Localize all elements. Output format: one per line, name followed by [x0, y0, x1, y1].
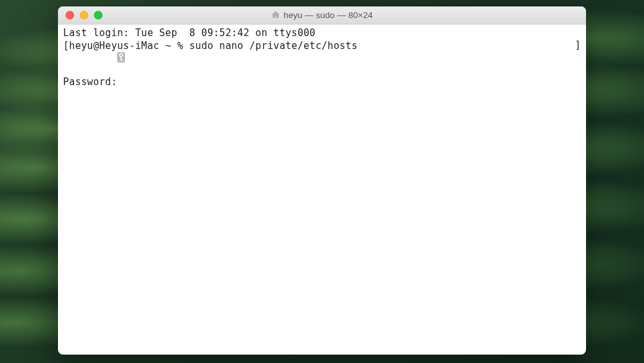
- shell-prompt: heyu@Heyus-iMac ~ %: [69, 40, 189, 52]
- terminal-window[interactable]: heyu — sudo — 80×24 Last login: Tue Sep …: [58, 6, 586, 355]
- last-login-line: Last login: Tue Sep 8 09:52:42 on ttys00…: [63, 27, 581, 40]
- terminal-body[interactable]: Last login: Tue Sep 8 09:52:42 on ttys00…: [58, 25, 586, 355]
- password-line[interactable]: Password:: [63, 52, 581, 89]
- minimize-button[interactable]: [80, 11, 88, 19]
- key-cursor-icon: [117, 52, 125, 63]
- svg-point-0: [120, 54, 123, 57]
- maximize-button[interactable]: [94, 11, 102, 19]
- prompt-line: [heyu@Heyus-iMac ~ % sudo nano /private/…: [63, 40, 581, 53]
- window-title: heyu — sudo — 80×24: [58, 10, 586, 20]
- bracket-left: [: [63, 40, 69, 52]
- titlebar[interactable]: heyu — sudo — 80×24: [58, 6, 586, 25]
- bracket-right: ]: [575, 39, 581, 52]
- password-label: Password:: [63, 76, 117, 88]
- svg-rect-3: [120, 60, 122, 61]
- entered-command: sudo nano /private/etc/hosts: [189, 40, 357, 52]
- traffic-lights: [66, 11, 102, 19]
- home-icon: [271, 10, 280, 19]
- close-button[interactable]: [66, 11, 74, 19]
- svg-rect-2: [120, 59, 122, 59]
- window-title-text: heyu — sudo — 80×24: [283, 10, 372, 20]
